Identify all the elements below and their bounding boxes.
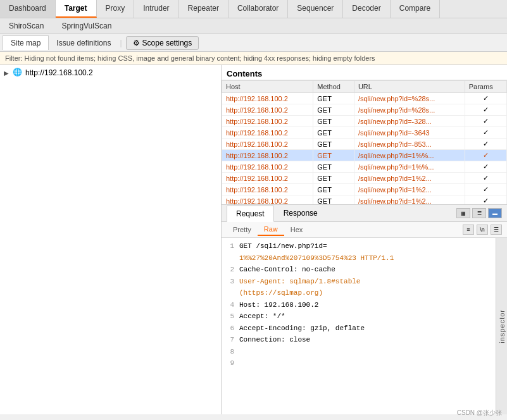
cell-method: GET bbox=[313, 173, 354, 184]
line-content: Accept: */* bbox=[239, 311, 285, 322]
cell-host: http://192.168.100.2 bbox=[222, 161, 313, 173]
view-horiz-icon[interactable]: ☰ bbox=[472, 208, 486, 218]
expand-icon: ▶ bbox=[4, 70, 11, 77]
tree-item-host[interactable]: ▶ 🌐 http://192.168.100.2 bbox=[0, 65, 221, 80]
line-content: Cache-Control: no-cache bbox=[239, 264, 335, 275]
cell-host: http://192.168.100.2 bbox=[222, 139, 313, 150]
cell-url: /sqli/new.php?id=1%2... bbox=[354, 195, 465, 205]
bottom-panel: Request Response ▦ ☰ ▬ Pretty Raw Hex ≡ … bbox=[222, 204, 507, 414]
cell-url: /sqli/new.php?id=%28s... bbox=[354, 104, 465, 116]
request-line: 2Cache-Control: no-cache bbox=[222, 264, 496, 276]
request-line: 7Connection: close bbox=[222, 334, 496, 346]
second-nav-shiroscan[interactable]: ShiroScan bbox=[0, 18, 53, 34]
request-line: 4Host: 192.168.100.2 bbox=[222, 299, 496, 311]
watermark: CSDN @张少张 bbox=[457, 409, 502, 417]
second-nav: ShiroScan SpringVulScan bbox=[0, 18, 507, 34]
cell-method: GET bbox=[313, 195, 354, 205]
table-row[interactable]: http://192.168.100.2 GET /sqli/new.php?i… bbox=[222, 161, 507, 173]
table-row[interactable]: http://192.168.100.2 GET /sqli/new.php?i… bbox=[222, 195, 507, 205]
cell-method: GET bbox=[313, 116, 354, 127]
main-area: ▶ 🌐 http://192.168.100.2 Contents Host M… bbox=[0, 65, 507, 414]
line-number: 4 bbox=[222, 300, 239, 311]
tab-sitemap[interactable]: Site map bbox=[3, 35, 49, 50]
table-row[interactable]: http://192.168.100.2 GET /sqli/new.php?i… bbox=[222, 93, 507, 104]
format-hex[interactable]: Hex bbox=[284, 224, 310, 235]
table-row[interactable]: http://192.168.100.2 GET /sqli/new.php?i… bbox=[222, 116, 507, 127]
cell-method: GET bbox=[313, 93, 354, 104]
line-number: 6 bbox=[222, 323, 239, 334]
line-content: Host: 192.168.100.2 bbox=[239, 300, 318, 311]
col-method: Method bbox=[313, 81, 354, 93]
line-content: User-Agent: sqlmap/1.8#stable bbox=[239, 276, 360, 287]
format-icon-1[interactable]: ≡ bbox=[463, 225, 474, 235]
cell-host: http://192.168.100.2 bbox=[222, 93, 313, 104]
table-row[interactable]: http://192.168.100.2 GET /sqli/new.php?i… bbox=[222, 139, 507, 150]
cell-params: ✓ bbox=[465, 93, 506, 104]
cell-params: ✓ bbox=[465, 173, 506, 184]
nav-tab-intruder[interactable]: Intruder bbox=[134, 0, 178, 18]
table-row[interactable]: http://192.168.100.2 GET /sqli/new.php?i… bbox=[222, 150, 507, 161]
second-nav-springvulscan[interactable]: SpringVulScan bbox=[53, 18, 120, 34]
cell-host: http://192.168.100.2 bbox=[222, 150, 313, 161]
line-number: 2 bbox=[222, 264, 239, 275]
globe-icon: 🌐 bbox=[13, 68, 23, 78]
table-row[interactable]: http://192.168.100.2 GET /sqli/new.php?i… bbox=[222, 173, 507, 184]
format-icon-3[interactable]: ☰ bbox=[491, 225, 502, 235]
line-number: 7 bbox=[222, 335, 239, 345]
line-content: Accept-Encoding: gzip, deflate bbox=[239, 323, 365, 334]
contents-title: Contents bbox=[222, 65, 507, 80]
cell-params: ✓ bbox=[465, 184, 506, 195]
tab-request[interactable]: Request bbox=[227, 206, 274, 222]
cell-method: GET bbox=[313, 184, 354, 195]
nav-tab-sequencer[interactable]: Sequencer bbox=[288, 0, 343, 18]
cell-host: http://192.168.100.2 bbox=[222, 116, 313, 127]
gear-icon: ⚙ bbox=[133, 39, 140, 47]
scope-settings-button[interactable]: ⚙ Scope settings bbox=[126, 36, 199, 50]
cell-params: ✓ bbox=[465, 104, 506, 116]
inspector-panel[interactable]: inspector bbox=[496, 238, 507, 414]
nav-tab-repeater[interactable]: Repeater bbox=[179, 0, 228, 18]
line-number bbox=[222, 288, 239, 299]
request-line: 5Accept: */* bbox=[222, 311, 496, 323]
request-line: (https://sqlmap.org) bbox=[222, 287, 496, 299]
request-line: 3User-Agent: sqlmap/1.8#stable bbox=[222, 276, 496, 288]
format-pretty[interactable]: Pretty bbox=[227, 224, 258, 235]
view-split-icon[interactable]: ▦ bbox=[456, 208, 470, 218]
tab-issue-definitions[interactable]: Issue definitions bbox=[49, 36, 118, 50]
tree-item-label: http://192.168.100.2 bbox=[25, 68, 93, 77]
cell-host: http://192.168.100.2 bbox=[222, 104, 313, 116]
format-icon-2[interactable]: \n bbox=[477, 225, 488, 235]
cell-method: GET bbox=[313, 139, 354, 150]
format-raw[interactable]: Raw bbox=[258, 223, 284, 236]
cell-url: /sqli/new.php?id=-853... bbox=[354, 139, 465, 150]
nav-tab-proxy[interactable]: Proxy bbox=[97, 0, 135, 18]
contents-table: Host Method URL Params http://192.168.10… bbox=[222, 80, 507, 204]
table-row[interactable]: http://192.168.100.2 GET /sqli/new.php?i… bbox=[222, 184, 507, 195]
line-number: 3 bbox=[222, 276, 239, 287]
table-row[interactable]: http://192.168.100.2 GET /sqli/new.php?i… bbox=[222, 127, 507, 139]
line-number bbox=[222, 253, 239, 264]
col-host: Host bbox=[222, 81, 313, 93]
line-number: 9 bbox=[222, 358, 239, 369]
cell-method: GET bbox=[313, 161, 354, 173]
nav-tab-compare[interactable]: Compare bbox=[391, 0, 440, 18]
nav-tab-target[interactable]: Target bbox=[56, 0, 97, 18]
request-line: 1GET /sqli/new.php?id= bbox=[222, 240, 496, 252]
tab-response[interactable]: Response bbox=[274, 205, 327, 221]
cell-url: /sqli/new.php?id=-3643 bbox=[354, 127, 465, 139]
request-line: 1%%27%20And%207109%3D5754%23 HTTP/1.1 bbox=[222, 252, 496, 264]
cell-host: http://192.168.100.2 bbox=[222, 184, 313, 195]
cell-method: GET bbox=[313, 150, 354, 161]
table-row[interactable]: http://192.168.100.2 GET /sqli/new.php?i… bbox=[222, 104, 507, 116]
request-line: 8 bbox=[222, 346, 496, 358]
nav-tab-decoder[interactable]: Decoder bbox=[343, 0, 390, 18]
cell-host: http://192.168.100.2 bbox=[222, 173, 313, 184]
nav-tab-collaborator[interactable]: Collaborator bbox=[228, 0, 288, 18]
cell-params: ✓ bbox=[465, 139, 506, 150]
format-tabs: Pretty Raw Hex ≡ \n ☰ bbox=[222, 222, 507, 238]
cell-host: http://192.168.100.2 bbox=[222, 195, 313, 205]
nav-tab-dashboard[interactable]: Dashboard bbox=[0, 0, 56, 18]
line-number: 5 bbox=[222, 311, 239, 322]
view-full-icon[interactable]: ▬ bbox=[488, 208, 502, 218]
cell-params: ✓ bbox=[465, 161, 506, 173]
